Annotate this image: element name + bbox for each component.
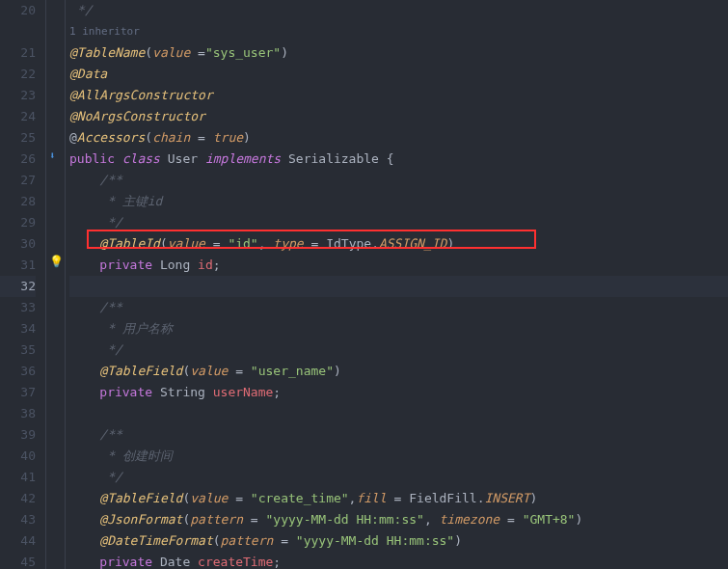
code-line: private Long id; [69,255,728,276]
line-number [0,21,36,42]
code-line: * 主键id [69,191,728,212]
line-number: 22 [0,64,36,85]
line-number: 42 [0,488,36,509]
code-line: * 用户名称 [69,318,728,339]
line-number: 37 [0,382,36,403]
line-number: 32 [0,276,36,297]
code-line: @TableField(value = "create_time",fill =… [69,488,728,509]
line-number: 20 [0,0,36,21]
implements-icon[interactable]: ⬇ [49,149,63,163]
line-number: 23 [0,85,36,106]
line-number: 44 [0,530,36,552]
line-number: 28 [0,191,36,212]
code-editor[interactable]: 20 21 22 23 24 25 26 27 28 29 30 31 32 3… [0,0,728,569]
code-line: private Date createTime; [69,552,728,569]
line-number: 35 [0,339,36,361]
line-number: 43 [0,509,36,530]
line-number: 36 [0,361,36,382]
code-line: /** [69,424,728,446]
code-line: @Data [69,64,728,85]
line-number: 21 [0,42,36,64]
code-line: @Accessors(chain = true) [69,127,728,149]
line-number: 31 [0,255,36,276]
code-line: */ [69,339,728,361]
line-number: 40 [0,446,36,467]
line-number: 41 [0,467,36,488]
code-line: @TableField(value = "user_name") [69,361,728,382]
line-number: 38 [0,403,36,424]
inheritor-hint[interactable]: 1 inheritor [69,21,728,42]
code-line: */ [69,0,728,21]
code-line: private String userName; [69,382,728,403]
code-line-current [69,276,728,297]
code-line: @TableName(value ="sys_user") [69,42,728,64]
code-line: */ [69,212,728,233]
line-number: 24 [0,106,36,127]
code-line: @JsonFormat(pattern = "yyyy-MM-dd HH:mm:… [69,509,728,530]
intention-bulb-icon[interactable]: 💡 [49,255,63,268]
code-line: @TableId(value = "id", type = IdType.ASS… [69,233,728,255]
code-line: @NoArgsConstructor [69,106,728,127]
line-number: 25 [0,127,36,149]
code-line: @DateTimeFormat(pattern = "yyyy-MM-dd HH… [69,530,728,552]
gutter-icons: ⬇ 💡 [46,0,66,569]
code-line: public class User implements Serializabl… [69,149,728,170]
line-number-gutter: 20 21 22 23 24 25 26 27 28 29 30 31 32 3… [0,0,46,569]
line-number: 33 [0,297,36,318]
line-number: 39 [0,424,36,446]
line-number: 45 [0,552,36,569]
line-number: 30 [0,233,36,255]
line-number: 29 [0,212,36,233]
code-line: * 创建时间 [69,446,728,467]
line-number: 26 [0,149,36,170]
code-area[interactable]: */ 1 inheritor @TableName(value ="sys_us… [66,0,728,569]
code-line [69,403,728,424]
code-line: /** [69,297,728,318]
code-line: /** [69,170,728,191]
line-number: 27 [0,170,36,191]
code-line: */ [69,467,728,488]
line-number: 34 [0,318,36,339]
code-line: @AllArgsConstructor [69,85,728,106]
